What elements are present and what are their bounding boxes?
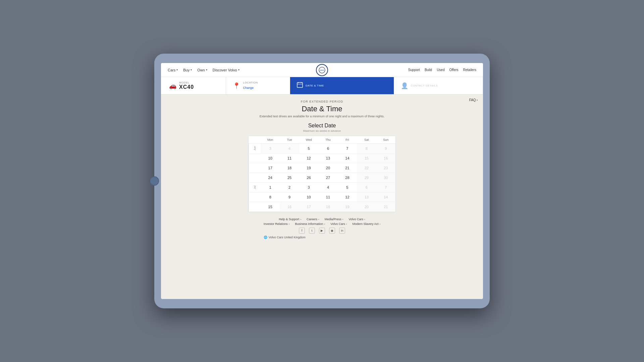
location-change-link[interactable]: Change [243, 86, 254, 89]
cal-cell-15[interactable]: 15 [357, 154, 376, 163]
brand-label: Volvo Cars United Kingdom [269, 236, 306, 239]
footer-slavery[interactable]: Modern Slavery Act › [352, 222, 380, 226]
cal-cell-12[interactable]: 12 [299, 154, 318, 163]
cal-cell-jul1[interactable]: 1 [261, 183, 280, 192]
cal-cell-28[interactable]: 28 [338, 173, 357, 182]
cal-cell-14[interactable]: 14 [338, 154, 357, 163]
cal-cell-jul19[interactable]: 19 [338, 202, 357, 212]
nav-support[interactable]: Support [408, 68, 420, 72]
nav-build[interactable]: Build [425, 68, 432, 72]
main-content: FOR EXTENDED PERIOD Date & Time Extended… [161, 95, 483, 244]
linkedin-icon[interactable]: in [339, 228, 345, 234]
cal-cell-jul7[interactable]: 7 [376, 183, 395, 192]
cal-cell-10[interactable]: 10 [261, 154, 280, 163]
cal-cell-jul13[interactable]: 13 [357, 192, 376, 202]
cal-cell-29[interactable]: 29 [357, 173, 376, 182]
cal-cell-21[interactable]: 21 [338, 163, 357, 173]
twitter-icon[interactable]: t [309, 228, 315, 234]
cal-cell-3[interactable]: 3 [261, 144, 280, 153]
calendar: Mon Tue Wed Thu Fri Sat Sun Jun 3 4 5 [248, 136, 396, 212]
cal-cell-27[interactable]: 27 [318, 173, 337, 182]
footer-volvocars2[interactable]: Volvo Cars › [330, 222, 347, 226]
cal-cell-jul17[interactable]: 17 [299, 202, 318, 212]
cal-cell-jul2[interactable]: 2 [280, 183, 299, 192]
month-empty-3 [249, 173, 261, 182]
footer-row-1: Help & Support › Careers › Media/Press ›… [264, 218, 380, 221]
cal-cell-jul14[interactable]: 14 [376, 192, 395, 202]
nav-own[interactable]: Own ▾ [197, 68, 207, 72]
cal-cell-19[interactable]: 19 [299, 163, 318, 173]
month-empty-1 [249, 154, 261, 163]
step-datetime[interactable]: DATE & TIME [290, 77, 394, 94]
cal-cell-jul18[interactable]: 18 [318, 202, 337, 212]
footer-help[interactable]: Help & Support › [279, 218, 301, 221]
nav-cars[interactable]: Cars ▾ [168, 68, 178, 72]
footer-business[interactable]: Business Information › [295, 222, 325, 226]
cal-header-fri: Fri [338, 136, 357, 143]
cal-cell-jul3[interactable]: 3 [299, 183, 318, 192]
volvo-logo[interactable]: VOLVO [316, 64, 328, 76]
cal-cell-20[interactable]: 20 [318, 163, 337, 173]
nav-buy[interactable]: Buy ▾ [183, 68, 192, 72]
cal-cell-jul5[interactable]: 5 [338, 183, 357, 192]
nav-right: Support Build Used Offers Retailers [408, 68, 476, 72]
cal-cell-jul9[interactable]: 9 [280, 192, 299, 202]
step-location[interactable]: 📍 LOCATION Change [226, 77, 290, 94]
nav-discover-label: Discover Volvo [213, 68, 237, 72]
step-model[interactable]: 🚗 MODEL XC40 [161, 77, 226, 94]
cal-cell-6[interactable]: 6 [318, 144, 337, 153]
nav-own-chevron: ▾ [206, 68, 207, 71]
footer-investor[interactable]: Investor Relations › [264, 222, 290, 226]
cal-cell-jul6[interactable]: 6 [357, 183, 376, 192]
footer-careers[interactable]: Careers › [307, 218, 319, 221]
cal-cell-jul20[interactable]: 20 [357, 202, 376, 212]
nav-used[interactable]: Used [437, 68, 444, 72]
cal-cell-jul12[interactable]: 12 [338, 192, 357, 202]
cal-cell-13[interactable]: 13 [318, 154, 337, 163]
cal-cell-22[interactable]: 22 [357, 163, 376, 173]
nav-offers[interactable]: Offers [449, 68, 458, 72]
step-contact-icon: 👤 [401, 82, 408, 89]
cal-cell-23[interactable]: 23 [376, 163, 395, 173]
cal-cell-jul21[interactable]: 21 [376, 202, 395, 212]
cal-cell-17[interactable]: 17 [261, 163, 280, 173]
cal-cell-jul10[interactable]: 10 [299, 192, 318, 202]
cal-cell-jul16[interactable]: 16 [280, 202, 299, 212]
youtube-icon[interactable]: ▶ [319, 228, 325, 234]
nav-retailers[interactable]: Retailers [463, 68, 476, 72]
cal-cell-18[interactable]: 18 [280, 163, 299, 173]
cal-cell-4[interactable]: 4 [280, 144, 299, 153]
nav-buy-chevron: ▾ [191, 68, 192, 71]
step-model-label: MODEL [179, 81, 194, 84]
cal-header-wed: Wed [299, 136, 318, 143]
cal-cell-11[interactable]: 11 [280, 154, 299, 163]
instagram-icon[interactable]: ◉ [329, 228, 335, 234]
month-jul-label: Jul [249, 183, 261, 192]
cal-cell-24[interactable]: 24 [261, 173, 280, 182]
cal-cell-jul4[interactable]: 4 [318, 183, 337, 192]
cal-header-mon: Mon [261, 136, 280, 143]
nav-cars-label: Cars [168, 68, 175, 72]
select-date-title: Select Date [308, 123, 336, 129]
cal-header-sat: Sat [357, 136, 376, 143]
facebook-icon[interactable]: f [299, 228, 305, 234]
step-contact[interactable]: 👤 CONTACT DETAILS [394, 77, 483, 94]
cal-cell-8[interactable]: 8 [357, 144, 376, 153]
table-row: 15 16 17 18 19 20 21 [249, 202, 395, 212]
cal-cell-jul8[interactable]: 8 [261, 192, 280, 202]
nav-discover[interactable]: Discover Volvo ▾ [213, 68, 239, 72]
tablet-home-button[interactable] [150, 176, 159, 186]
footer-media[interactable]: Media/Press › [325, 218, 343, 221]
cal-cell-jul11[interactable]: 11 [318, 192, 337, 202]
cal-cell-30[interactable]: 30 [376, 173, 395, 182]
cal-cell-9[interactable]: 9 [376, 144, 395, 153]
footer-volvocars1[interactable]: Volvo Cars › [348, 218, 365, 221]
cal-cell-25[interactable]: 25 [280, 173, 299, 182]
cal-cell-7[interactable]: 7 [338, 144, 357, 153]
cal-cell-26[interactable]: 26 [299, 173, 318, 182]
volvocars2-arrow: › [346, 223, 347, 226]
cal-cell-16[interactable]: 16 [376, 154, 395, 163]
cal-cell-jul15[interactable]: 15 [261, 202, 280, 212]
faq-link[interactable]: FAQ › [469, 98, 478, 102]
cal-cell-5[interactable]: 5 [299, 144, 318, 153]
